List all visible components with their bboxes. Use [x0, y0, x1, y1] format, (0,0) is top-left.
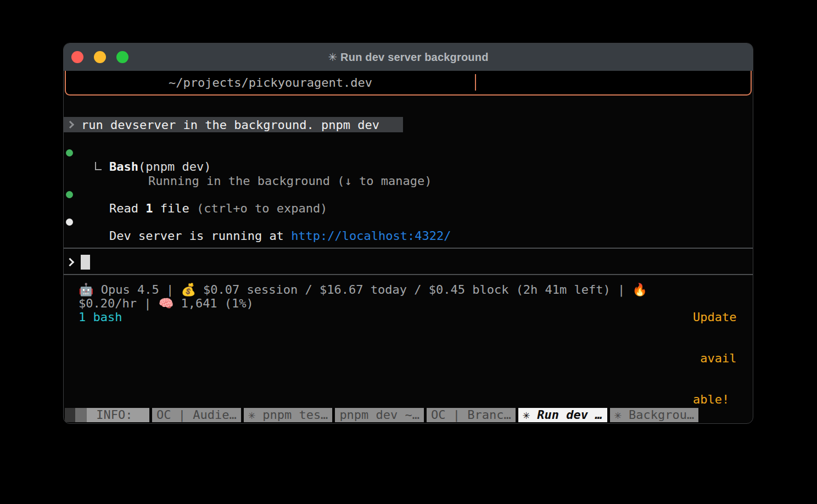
- separator-line-bottom: [64, 274, 753, 275]
- window-title: ✳ Run dev server background: [328, 51, 488, 64]
- input-prompt-row[interactable]: [67, 251, 90, 273]
- elbow-icon: [95, 162, 102, 170]
- path-panel: ~/projects/pickyouragent.dev: [65, 71, 752, 96]
- read-suffix: file: [153, 201, 196, 215]
- asterisk-icon: ✳: [523, 408, 538, 422]
- tab-indicator-light[interactable]: [75, 408, 87, 422]
- user-command-line: run devserver in the background. pnpm de…: [64, 117, 403, 132]
- zoom-button[interactable]: [116, 51, 128, 63]
- background-jobs-count: 1 bash: [64, 310, 753, 324]
- project-path: ~/projects/pickyouragent.dev: [66, 71, 475, 94]
- panel-column-divider: [475, 74, 476, 91]
- update-notice-line: avail: [693, 351, 736, 365]
- expand-hint: (ctrl+o to expand): [197, 201, 327, 215]
- localhost-link[interactable]: http://localhost:4322/: [291, 229, 451, 243]
- tab-run-dev-active[interactable]: ✳ Run dev …: [518, 408, 607, 422]
- message-dot-icon: [66, 219, 73, 226]
- dev-server-text: Dev server is running at: [109, 229, 291, 243]
- window-titlebar[interactable]: ✳ Run dev server background: [64, 43, 753, 71]
- tab-bar: INFO: OC | Audie… ✳ pnpm tes… pnpm dev ~…: [65, 408, 698, 422]
- tab-indicator-dark[interactable]: [65, 408, 75, 422]
- minimize-button[interactable]: [94, 51, 106, 63]
- statusbar-line1: 🤖 Opus 4.5 | 💰 $0.07 session / $16.67 to…: [64, 283, 753, 296]
- tab-oc-branch[interactable]: OC | Branc…: [427, 408, 516, 422]
- prompt-chevron-icon: [66, 121, 74, 128]
- update-notice-line: Update: [693, 310, 736, 324]
- tool-status-dot-icon: [66, 191, 73, 198]
- prompt-chevron-icon: [66, 257, 75, 266]
- bash-result-text: Running in the background (↓ to manage): [148, 174, 432, 188]
- read-prefix: Read: [109, 201, 146, 215]
- separator-line-top: [64, 248, 753, 249]
- tab-pnpm-dev[interactable]: pnpm dev ~…: [335, 408, 424, 422]
- terminal-window: ✳ Run dev server background ~/projects/p…: [63, 43, 753, 424]
- tab-info[interactable]: INFO:: [87, 408, 149, 422]
- tool-status-dot-icon: [66, 149, 73, 156]
- tab-oc-audie[interactable]: OC | Audie…: [152, 408, 241, 422]
- traffic-lights: [71, 51, 128, 63]
- active-tab-label: Run dev …: [537, 408, 602, 422]
- text-cursor: [81, 255, 90, 270]
- update-notice: Update avail able! Run: brew u pgrade cl…: [693, 283, 736, 424]
- tab-pnpm-test[interactable]: ✳ pnpm tes…: [244, 408, 333, 422]
- user-command-text: run devserver in the background. pnpm de…: [81, 118, 379, 132]
- dev-server-line: Dev server is running at http://localhos…: [64, 215, 753, 257]
- statusbar-line2: $0.20/hr | 🧠 1,641 (1%): [64, 296, 753, 310]
- close-button[interactable]: [71, 51, 83, 63]
- tab-background[interactable]: ✳ Backgrou…: [610, 408, 699, 422]
- update-notice-line: able!: [693, 393, 736, 406]
- read-count: 1: [146, 201, 153, 215]
